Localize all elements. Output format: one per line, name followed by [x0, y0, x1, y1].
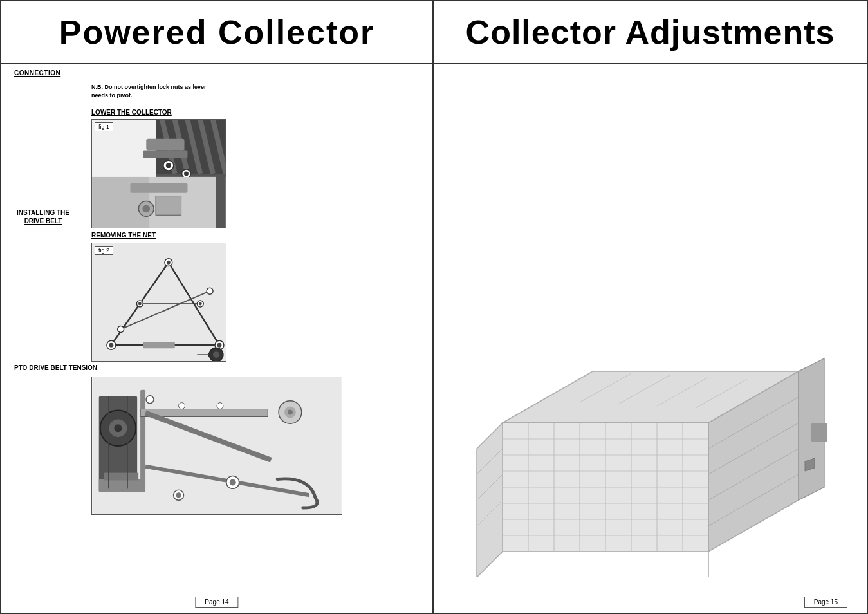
- svg-point-28: [167, 261, 171, 265]
- figure-1: fig 1: [91, 119, 226, 228]
- fig3-drawing: [92, 377, 342, 514]
- svg-point-59: [146, 396, 154, 404]
- note-text: N.B. Do not overtighten lock nuts as lev…: [91, 83, 207, 99]
- svg-rect-86: [811, 423, 827, 442]
- svg-rect-62: [99, 479, 143, 492]
- svg-rect-8: [143, 151, 187, 158]
- svg-point-32: [138, 302, 142, 306]
- right-page-number: Page 15: [804, 597, 847, 608]
- svg-rect-15: [131, 183, 188, 193]
- collector-illustration: [464, 307, 837, 577]
- svg-point-61: [217, 403, 223, 409]
- pto-label: PTO DRIVE BELT TENSION: [14, 364, 432, 371]
- figure-3: [91, 377, 342, 515]
- svg-rect-19: [216, 174, 226, 228]
- svg-point-12: [184, 172, 189, 176]
- svg-point-47: [114, 424, 122, 432]
- removing-net-label: REMOVING THE NET: [91, 232, 156, 239]
- fig2-drawing: [92, 243, 226, 361]
- svg-point-60: [179, 403, 185, 409]
- svg-point-40: [213, 351, 219, 358]
- svg-point-10: [166, 163, 171, 168]
- svg-point-58: [176, 493, 181, 498]
- svg-rect-38: [143, 342, 174, 349]
- left-page: Powered Collector CONNECTION N.B. Do not…: [0, 0, 434, 614]
- svg-rect-18: [156, 196, 181, 216]
- svg-rect-7: [146, 139, 184, 151]
- svg-point-54: [288, 410, 293, 415]
- right-page-title: Collector Adjustments: [434, 1, 867, 64]
- svg-point-17: [142, 205, 150, 213]
- svg-point-26: [109, 343, 113, 348]
- fig1-tag: fig 1: [95, 122, 113, 131]
- svg-point-37: [207, 288, 213, 294]
- left-page-number: Page 14: [195, 597, 238, 608]
- fig1-drawing: [92, 120, 226, 228]
- svg-point-30: [217, 343, 222, 348]
- lower-collector-label: LOWER THE COLLECTOR: [91, 109, 172, 116]
- svg-marker-77: [477, 423, 503, 577]
- installing-label: INSTALLING THE DRIVE BELT: [8, 209, 78, 225]
- figure-2: fig 2: [91, 243, 226, 362]
- svg-point-34: [199, 302, 202, 306]
- left-page-title: Powered Collector: [1, 1, 432, 64]
- connection-section-label: CONNECTION: [14, 70, 432, 77]
- svg-rect-63: [104, 473, 138, 481]
- svg-point-56: [230, 479, 236, 486]
- svg-point-36: [118, 326, 124, 333]
- fig2-tag: fig 2: [95, 246, 113, 255]
- right-page: Collector Adjustments: [434, 0, 868, 614]
- svg-rect-48: [140, 390, 145, 492]
